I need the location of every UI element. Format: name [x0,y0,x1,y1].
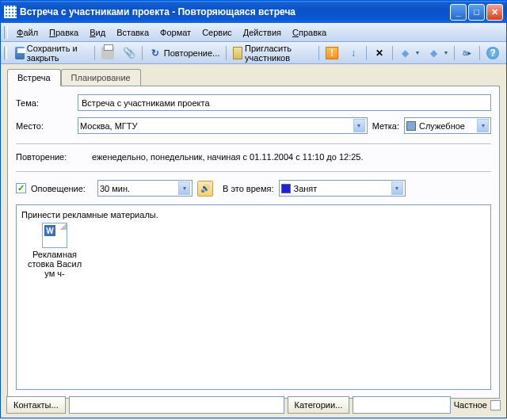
font-button[interactable] [456,44,477,62]
categories-input[interactable] [353,396,450,414]
menu-file[interactable]: Файл [11,25,44,40]
chevron-down-icon: ▾ [416,49,419,56]
next-button[interactable]: ◆▾ [424,44,452,62]
chevron-down-icon: ▾ [444,49,448,56]
invite-icon [233,47,242,59]
location-label: Место: [16,121,73,131]
showas-select[interactable]: Занят ▾ [279,180,406,197]
label-value: Служебное [419,121,465,131]
titlebar[interactable]: Встреча с участниками проекта - Повторяю… [1,1,506,23]
reminder-checkbox[interactable] [16,183,26,193]
invite-label: Пригласить участников [245,44,312,63]
attach-button[interactable] [119,44,139,62]
menu-tools[interactable]: Сервис [196,25,238,40]
next-icon: ◆ [428,47,440,59]
font-icon [460,47,473,59]
window-title: Встреча с участниками проекта - Повторяю… [20,6,450,17]
private-label: Частное [454,400,487,410]
attachment-name: Рекламная стовка Васил ум ч- [21,250,88,278]
recurrence-label: Повторение... [164,48,219,58]
location-value: Москва, МГТУ [80,121,138,131]
categories-button[interactable]: Категории... [288,396,350,414]
notes-text: Принести рекламные материалы. [21,210,486,220]
form-panel: Тема: Место: Москва, МГТУ ▾ Метка: Служе… [7,86,500,399]
location-select[interactable]: Москва, МГТУ ▾ [78,117,368,134]
private-checkbox[interactable] [490,400,501,410]
chevron-down-icon: ▾ [178,181,190,195]
importance-low-button[interactable]: ↓ [343,44,364,62]
menu-edit[interactable]: Правка [44,25,84,40]
recurrence-icon: ↻ [149,47,162,59]
save-close-button[interactable]: Сохранить и закрыть [11,44,92,62]
menu-actions[interactable]: Действия [238,25,287,40]
contacts-input[interactable] [69,396,284,414]
label-select[interactable]: Служебное ▾ [404,117,491,134]
paperclip-icon [123,47,135,59]
menu-help[interactable]: Справка [287,25,332,40]
subject-input[interactable] [78,94,491,111]
subject-label: Тема: [16,98,73,108]
attachment[interactable]: Рекламная стовка Васил ум ч- [21,223,88,278]
tab-appointment[interactable]: Встреча [7,69,61,86]
contacts-button[interactable]: Контакты... [6,396,66,414]
tab-scheduling[interactable]: Планирование [61,69,141,86]
prev-icon: ◆ [399,47,412,59]
menu-format[interactable]: Формат [154,25,196,40]
save-icon [15,47,25,59]
showas-value: Занят [294,184,318,193]
toolbar-grip[interactable] [4,47,7,59]
recurrence-button[interactable]: ↻ Повторение... [145,44,223,62]
tabs: Встреча Планирование [1,64,506,86]
showas-label: В это время: [223,184,274,193]
prev-button[interactable]: ◆▾ [395,44,423,62]
importance-high-button[interactable]: ! [322,44,342,62]
down-arrow-icon: ↓ [347,47,360,59]
notes-area[interactable]: Принести рекламные материалы. Рекламная … [16,204,491,390]
app-icon [4,6,17,18]
chevron-down-icon: ▾ [353,119,365,132]
toolbar: Сохранить и закрыть ↻ Повторение... Приг… [1,42,506,64]
reminder-sound-button[interactable]: 🔊 [197,181,213,197]
save-close-label: Сохранить и закрыть [27,44,89,63]
print-icon [101,47,114,59]
help-icon: ? [486,47,499,59]
label-swatch [406,121,416,131]
print-button[interactable] [97,44,118,62]
bottom-bar: Контакты... Категории... Частное [6,396,501,414]
help-button[interactable]: ? [482,44,503,62]
delete-button[interactable]: ✕ [369,44,390,62]
minimize-button[interactable]: _ [450,4,467,21]
menu-view[interactable]: Вид [84,25,111,40]
chevron-down-icon: ▾ [391,181,403,195]
window: Встреча с участниками проекта - Повторяю… [0,0,507,418]
close-button[interactable]: ✕ [486,4,503,21]
reminder-label: Оповещение: [31,184,93,193]
word-doc-icon [42,223,67,248]
maximize-button[interactable]: □ [468,4,485,21]
reminder-select[interactable]: 30 мин. ▾ [97,180,193,197]
x-icon: ✕ [373,47,386,59]
busy-swatch [281,184,291,193]
label-label: Метка: [372,121,399,131]
menu-grip[interactable] [4,26,8,39]
menubar: Файл Правка Вид Вставка Формат Сервис Де… [1,23,506,42]
exclamation-icon: ! [326,47,338,59]
reminder-value: 30 мин. [100,184,130,193]
invite-button[interactable]: Пригласить участников [229,44,316,62]
recurrence-text: еженедельно, понедельник, начиная с 01.1… [92,152,364,162]
recurrence-desc-label: Повторение: [16,152,87,162]
chevron-down-icon: ▾ [477,119,489,132]
menu-insert[interactable]: Вставка [111,25,154,40]
